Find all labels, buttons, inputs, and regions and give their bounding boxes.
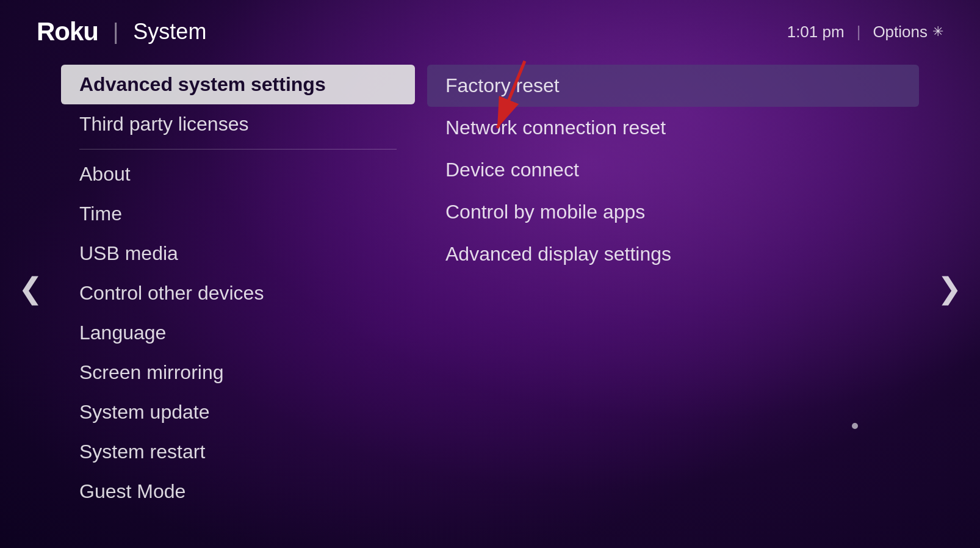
sidebar-item-control-other-devices[interactable]: Control other devices bbox=[61, 273, 415, 313]
header-right: 1:01 pm | Options ✳ bbox=[787, 23, 943, 41]
sidebar-item-system-restart[interactable]: System restart bbox=[61, 432, 415, 472]
sidebar-item-guest-mode[interactable]: Guest Mode bbox=[61, 472, 415, 511]
right-item-control-by-mobile-apps[interactable]: Control by mobile apps bbox=[427, 191, 919, 233]
header: Roku | System 1:01 pm | Options ✳ bbox=[0, 0, 980, 59]
right-item-device-connect[interactable]: Device connect bbox=[427, 149, 919, 191]
menu-divider bbox=[79, 149, 397, 150]
page-title: System bbox=[133, 19, 206, 45]
sidebar-item-about[interactable]: About bbox=[61, 154, 415, 194]
header-right-divider: | bbox=[857, 23, 861, 41]
sidebar-item-usb-media[interactable]: USB media bbox=[61, 234, 415, 273]
main-layout: ❮ Advanced system settings Third party l… bbox=[0, 65, 980, 511]
sidebar-item-screen-mirroring[interactable]: Screen mirroring bbox=[61, 353, 415, 392]
header-divider: | bbox=[113, 19, 118, 45]
dot-indicator bbox=[852, 423, 858, 429]
sidebar-item-time[interactable]: Time bbox=[61, 194, 415, 234]
main-content: Roku | System 1:01 pm | Options ✳ ❮ bbox=[0, 0, 980, 548]
left-menu: Advanced system settings Third party lic… bbox=[61, 65, 415, 511]
right-item-network-connection-reset[interactable]: Network connection reset bbox=[427, 107, 919, 149]
sidebar-item-third-party-licenses[interactable]: Third party licenses bbox=[61, 104, 415, 144]
right-item-factory-reset[interactable]: Factory reset bbox=[427, 65, 919, 107]
right-panel: Factory reset Network connection reset D… bbox=[415, 65, 919, 275]
options-button[interactable]: Options ✳ bbox=[873, 23, 943, 41]
options-icon: ✳ bbox=[932, 24, 943, 40]
sidebar-item-system-update[interactable]: System update bbox=[61, 392, 415, 432]
sidebar-item-advanced-system-settings[interactable]: Advanced system settings bbox=[61, 65, 415, 104]
nav-left-arrow[interactable]: ❮ bbox=[0, 271, 61, 305]
options-label: Options bbox=[873, 23, 928, 41]
sidebar-item-language[interactable]: Language bbox=[61, 313, 415, 353]
header-left: Roku | System bbox=[37, 17, 206, 46]
roku-logo: Roku bbox=[37, 17, 98, 46]
clock-display: 1:01 pm bbox=[787, 23, 845, 41]
right-item-advanced-display-settings[interactable]: Advanced display settings bbox=[427, 233, 919, 275]
nav-right-arrow[interactable]: ❯ bbox=[919, 271, 980, 305]
